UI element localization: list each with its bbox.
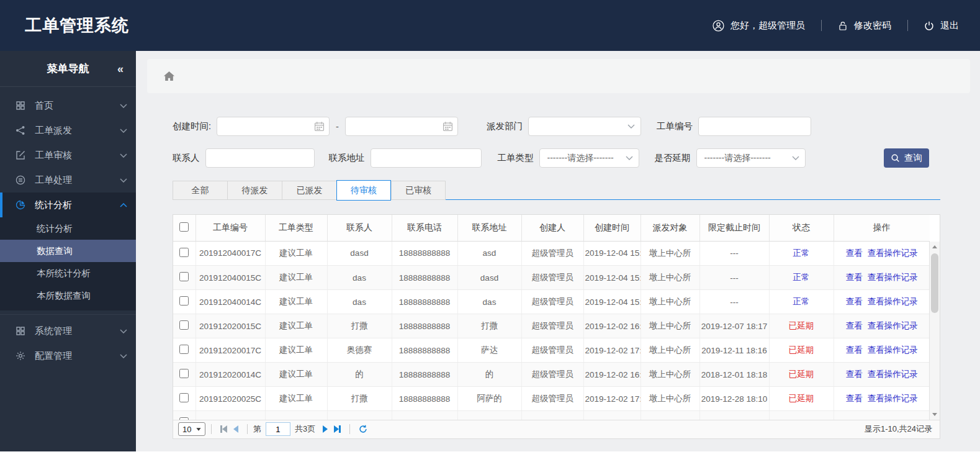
order-no-input[interactable] bbox=[698, 117, 811, 136]
tab-reviewed[interactable]: 已审核 bbox=[391, 181, 446, 200]
create-time-start-input[interactable] bbox=[217, 117, 330, 136]
view-log-link[interactable]: 查看操作记录 bbox=[868, 321, 918, 330]
contact-input[interactable] bbox=[205, 148, 315, 168]
col-status: 状态 bbox=[769, 215, 834, 241]
user-greeting[interactable]: 您好，超级管理员 bbox=[713, 20, 805, 32]
view-log-link[interactable]: 查看操作记录 bbox=[868, 369, 918, 379]
tab-all[interactable]: 全部 bbox=[173, 181, 227, 200]
vertical-scrollbar[interactable] bbox=[929, 242, 940, 420]
change-password-button[interactable]: 修改密码 bbox=[838, 20, 891, 32]
row-checkbox[interactable] bbox=[179, 320, 189, 330]
page-size-select[interactable]: 10 bbox=[178, 422, 205, 436]
pagination-bar: 10 第 共3页 显示1-10,共24记录 bbox=[173, 420, 940, 438]
first-page-button[interactable] bbox=[220, 425, 227, 433]
row-checkbox[interactable] bbox=[179, 369, 189, 378]
col-order-no: 工单编号 bbox=[196, 215, 265, 241]
row-checkbox[interactable] bbox=[179, 296, 189, 306]
address-input[interactable] bbox=[371, 148, 482, 168]
chevron-down-icon bbox=[120, 153, 127, 158]
main-content: 创建时间: - 派发部门 bbox=[136, 51, 980, 451]
tab-pending-review[interactable]: 待审核 bbox=[336, 180, 391, 201]
search-button[interactable]: 查询 bbox=[884, 148, 929, 168]
col-target: 派发对象 bbox=[641, 215, 699, 241]
scroll-down-button[interactable] bbox=[930, 409, 940, 420]
sidebar-item-label: 配置管理 bbox=[35, 350, 120, 362]
row-checkbox[interactable] bbox=[179, 393, 189, 402]
statistics-submenu: 统计分析 数据查询 本所统计分析 本所数据查询 bbox=[0, 217, 136, 310]
chevron-down-icon bbox=[120, 104, 127, 108]
sidebar-title: 菜单导航 bbox=[47, 61, 89, 76]
sidebar-collapse-icon[interactable]: « bbox=[117, 62, 122, 75]
sidebar-item-process[interactable]: 工单处理 bbox=[0, 168, 136, 192]
scroll-up-button[interactable] bbox=[930, 242, 940, 252]
chevron-down-icon bbox=[120, 178, 127, 183]
dispatch-dept-label: 派发部门 bbox=[487, 120, 523, 132]
gear-icon bbox=[16, 351, 26, 361]
sidebar-subitem-data-query[interactable]: 数据查询 bbox=[0, 240, 136, 262]
order-type-label: 工单类型 bbox=[498, 152, 534, 164]
address-label: 联系地址 bbox=[329, 152, 365, 164]
view-link[interactable]: 查看 bbox=[846, 297, 863, 306]
dispatch-dept-select[interactable] bbox=[528, 117, 641, 136]
view-log-link[interactable]: 查看操作记录 bbox=[868, 248, 918, 258]
view-log-link[interactable]: 查看操作记录 bbox=[868, 394, 918, 403]
view-link[interactable]: 查看 bbox=[846, 321, 863, 330]
process-icon bbox=[16, 175, 26, 185]
table-row: 201912020015C 建议工单 打撒 18888888888 打撒 超级管… bbox=[173, 314, 930, 338]
view-link[interactable]: 查看 bbox=[846, 345, 863, 355]
sidebar: 菜单导航 « 首页 工单派发 bbox=[0, 51, 136, 451]
sidebar-item-dispatch[interactable]: 工单派发 bbox=[0, 118, 136, 143]
view-log-link[interactable]: 查看操作记录 bbox=[868, 297, 918, 306]
sidebar-subitem-local-data-query[interactable]: 本所数据查询 bbox=[0, 284, 136, 307]
row-checkbox[interactable] bbox=[179, 248, 189, 257]
last-page-button[interactable] bbox=[334, 425, 341, 433]
refresh-icon[interactable] bbox=[359, 425, 367, 433]
view-link[interactable]: 查看 bbox=[846, 273, 863, 282]
col-phone: 联系电话 bbox=[392, 215, 457, 241]
status-tabs: 全部 待派发 已派发 待审核 已审核 bbox=[173, 180, 940, 200]
pie-chart-icon bbox=[16, 200, 26, 210]
next-page-button[interactable] bbox=[323, 425, 328, 433]
contact-label: 联系人 bbox=[173, 152, 200, 164]
is-delayed-select[interactable]: -------请选择------- bbox=[696, 148, 806, 168]
sidebar-item-home[interactable]: 首页 bbox=[0, 93, 136, 118]
tab-dispatched[interactable]: 已派发 bbox=[282, 181, 336, 200]
prev-page-button[interactable] bbox=[233, 425, 238, 433]
sidebar-item-label: 系统管理 bbox=[35, 325, 120, 337]
home-icon[interactable] bbox=[163, 71, 175, 81]
sidebar-item-label: 工单审核 bbox=[35, 150, 120, 161]
view-log-link[interactable]: 查看操作记录 bbox=[868, 345, 918, 355]
greeting-text: 您好，超级管理员 bbox=[731, 20, 805, 32]
sidebar-item-statistics[interactable]: 统计分析 bbox=[0, 192, 136, 217]
view-link[interactable]: 查看 bbox=[846, 369, 863, 379]
select-all-checkbox[interactable] bbox=[179, 222, 189, 232]
share-icon bbox=[16, 125, 26, 135]
search-icon bbox=[891, 153, 900, 163]
status-badge: 正常 bbox=[793, 297, 810, 306]
sidebar-item-review[interactable]: 工单审核 bbox=[0, 143, 136, 168]
logout-label: 退出 bbox=[940, 20, 959, 32]
page-number-input[interactable] bbox=[266, 422, 290, 436]
breadcrumb bbox=[147, 59, 970, 93]
tab-to-dispatch[interactable]: 待派发 bbox=[227, 181, 282, 200]
chevron-down-icon bbox=[626, 156, 633, 160]
row-checkbox[interactable] bbox=[179, 272, 189, 281]
order-type-select[interactable]: -------请选择------- bbox=[539, 148, 639, 168]
view-link[interactable]: 查看 bbox=[846, 248, 863, 258]
col-contact: 联系人 bbox=[327, 215, 392, 241]
col-creator: 创建人 bbox=[521, 215, 583, 241]
sidebar-item-config[interactable]: 配置管理 bbox=[0, 343, 136, 368]
calendar-icon[interactable] bbox=[314, 121, 325, 132]
sidebar-item-system[interactable]: 系统管理 bbox=[0, 319, 136, 343]
sidebar-subitem-local-statistics[interactable]: 本所统计分析 bbox=[0, 262, 136, 284]
view-link[interactable]: 查看 bbox=[846, 394, 863, 403]
bottom-strip bbox=[0, 451, 980, 462]
scrollbar-thumb[interactable] bbox=[931, 253, 938, 313]
create-time-end-input[interactable] bbox=[345, 117, 458, 136]
view-log-link[interactable]: 查看操作记录 bbox=[868, 273, 918, 282]
row-checkbox[interactable] bbox=[179, 417, 189, 420]
row-checkbox[interactable] bbox=[179, 345, 189, 354]
logout-button[interactable]: 退出 bbox=[924, 20, 959, 32]
calendar-icon[interactable] bbox=[443, 121, 453, 132]
sidebar-subitem-statistics[interactable]: 统计分析 bbox=[0, 217, 136, 240]
